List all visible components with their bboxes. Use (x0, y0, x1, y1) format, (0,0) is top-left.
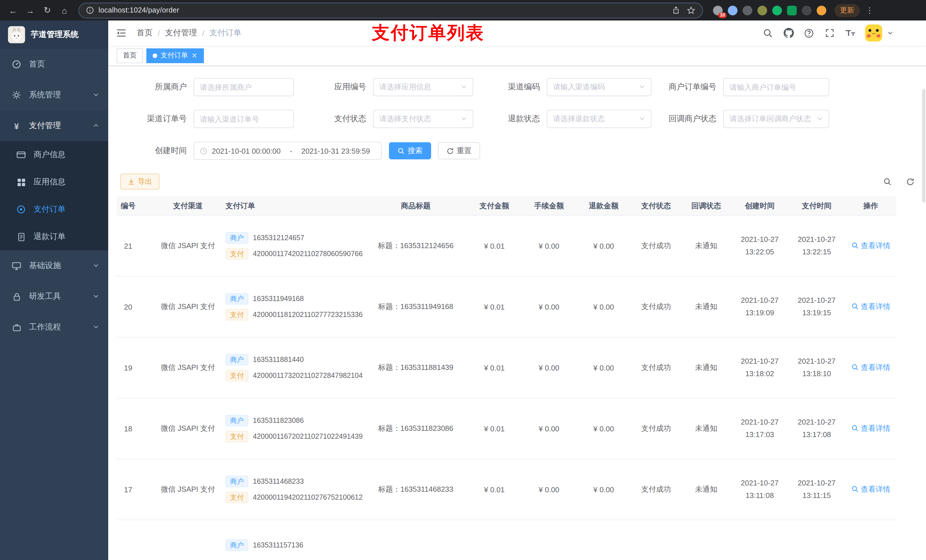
forward-icon[interactable]: → (23, 3, 38, 18)
channel-order-no-field[interactable] (194, 110, 294, 128)
sidebar-item-workflow[interactable]: 工作流程 (0, 312, 108, 343)
extension-icon[interactable] (743, 5, 752, 15)
help-icon[interactable] (803, 27, 814, 38)
browser-profile-avatar[interactable] (817, 5, 826, 15)
notify-status-select[interactable]: 请选择订单回调商户状态 (723, 110, 829, 128)
reset-button[interactable]: 重置 (438, 142, 480, 159)
cell-refund: ¥ 0.00 (576, 242, 631, 250)
extension-icon[interactable] (787, 5, 797, 15)
hide-search-icon[interactable] (880, 174, 895, 189)
back-icon[interactable]: ← (6, 3, 21, 18)
reload-icon[interactable]: ↻ (40, 3, 54, 18)
merchant-input[interactable] (200, 83, 287, 91)
cell-fee: ¥ 0.00 (522, 424, 576, 433)
address-bar[interactable]: localhost:1024/pay/order (79, 3, 703, 18)
extension-icon[interactable] (757, 5, 767, 15)
view-detail-link[interactable]: 查看详情 (851, 302, 890, 312)
fullscreen-icon[interactable] (824, 27, 835, 38)
user-avatar[interactable] (865, 24, 882, 42)
refresh-icon[interactable] (903, 174, 917, 189)
chevron-down-icon[interactable] (887, 28, 893, 38)
github-icon[interactable] (783, 27, 794, 38)
app-id-select[interactable]: 请选择应用信息 (373, 78, 473, 96)
cell-channel: 微信 JSAPI 支付 (154, 241, 222, 251)
pay-badge: 支付 (225, 248, 248, 260)
cell-title: 标题：1635311468233 (365, 484, 467, 495)
hamburger-icon[interactable] (116, 27, 127, 39)
sidebar-item-refund-order[interactable]: 退款订单 (0, 223, 108, 251)
bookmark-star-icon[interactable] (687, 6, 695, 15)
extension-icon[interactable] (772, 5, 782, 15)
channel-code-select[interactable]: 请输入渠道编码 (547, 78, 652, 96)
gear-icon (11, 90, 22, 100)
sidebar-item-app-info[interactable]: 应用信息 (0, 169, 108, 196)
cell-refund: ¥ 0.00 (576, 485, 631, 494)
cell-notify-status: 未通知 (681, 362, 731, 373)
export-button[interactable]: 导出 (120, 174, 159, 190)
table-row-partial: 商户 1635311157136 (117, 520, 896, 560)
close-icon[interactable] (191, 52, 198, 59)
sidebar-item-pay-order[interactable]: 支付订单 (0, 196, 108, 223)
chevron-down-icon (93, 261, 99, 270)
view-detail-link[interactable]: 查看详情 (851, 241, 890, 251)
create-time-range-picker[interactable]: 2021-10-01 00:00:00 - 2021-10-31 23:59:5… (194, 142, 381, 160)
date-range-separator: - (290, 146, 292, 155)
sidebar-item-payment[interactable]: ¥ 支付管理 (0, 110, 108, 141)
merchant-order-no-field[interactable] (723, 78, 829, 96)
extensions-puzzle-icon[interactable] (802, 5, 811, 15)
cell-create-time: 2021-10-27 13:18:02 (731, 355, 788, 380)
cell-fee: ¥ 0.00 (522, 302, 576, 311)
sidebar-item-devtools[interactable]: 研发工具 (0, 281, 108, 312)
cell-order: 商户 1635312124657 支付 42000011742021102780… (222, 228, 365, 264)
app-logo[interactable]: 芋道管理系统 (0, 21, 108, 49)
app-title: 芋道管理系统 (31, 30, 79, 40)
search-icon[interactable] (763, 27, 773, 38)
view-detail-link[interactable]: 查看详情 (851, 484, 890, 495)
breadcrumb-home[interactable]: 首页 (137, 28, 153, 38)
pay-status-select[interactable]: 请选择支付状态 (373, 110, 473, 128)
site-info-icon[interactable] (86, 6, 94, 14)
cell-id: 19 (117, 363, 154, 372)
chevron-down-icon (639, 83, 645, 91)
pay-badge: 支付 (225, 492, 248, 503)
tab-home[interactable]: 首页 (117, 48, 143, 63)
scrollbar[interactable] (922, 89, 925, 202)
update-button[interactable]: 更新 (834, 4, 860, 17)
table-row: 18 微信 JSAPI 支付 商户 1635311823086 支付 42000… (117, 398, 896, 459)
table-row: 20 微信 JSAPI 支付 商户 1635311949168 支付 42000… (117, 276, 896, 338)
channel-order-no-input[interactable] (200, 115, 287, 123)
extension-icon[interactable] (728, 5, 737, 15)
browser-menu-icon[interactable]: ⋮ (865, 6, 874, 15)
table-toolbar: 导出 (120, 174, 917, 190)
merchant-select[interactable] (194, 78, 294, 96)
merchant-order-no: 1635311157136 (253, 541, 303, 549)
share-icon[interactable] (672, 6, 680, 14)
search-button[interactable]: 搜索 (389, 142, 431, 159)
table-body: 21 微信 JSAPI 支付 商户 1635312124657 支付 42000… (117, 216, 896, 520)
tab-pay-order[interactable]: 支付订单 (146, 48, 204, 63)
merchant-order-no: 1635311468233 (253, 477, 304, 486)
sidebar-item-label: 系统管理 (29, 90, 61, 100)
view-detail-link[interactable]: 查看详情 (851, 362, 890, 373)
sidebar-item-system[interactable]: 系统管理 (0, 80, 108, 110)
font-size-icon[interactable] (844, 27, 855, 38)
home-icon[interactable]: ⌂ (57, 3, 72, 18)
chevron-up-icon (93, 121, 99, 130)
extension-icon[interactable]: 10 (713, 5, 723, 15)
screen: ← → ↻ ⌂ localhost:1024/pay/order 10 (0, 0, 926, 560)
merchant-order-no-input[interactable] (729, 83, 823, 91)
col-header: 回调状态 (681, 201, 731, 211)
table-row: 17 微信 JSAPI 支付 商户 1635311468233 支付 42000… (117, 459, 896, 520)
view-detail-link[interactable]: 查看详情 (851, 423, 890, 434)
cell-notify-status: 未通知 (681, 302, 731, 312)
url-text: localhost:1024/pay/order (98, 6, 179, 14)
sidebar-item-infra[interactable]: 基础设施 (0, 251, 108, 281)
pay-badge: 支付 (225, 431, 248, 442)
refund-status-select[interactable]: 请选择退款状态 (547, 110, 652, 128)
sidebar-item-home[interactable]: 首页 (0, 49, 108, 80)
cell-amount: ¥ 0.01 (467, 485, 522, 494)
logo-image (8, 26, 25, 43)
cell-pay-time: 2021-10-27 13:22:15 (788, 233, 845, 258)
sidebar-item-merchant-info[interactable]: 商户信息 (0, 141, 108, 169)
breadcrumb-pay-mgmt[interactable]: 支付管理 (165, 28, 197, 38)
